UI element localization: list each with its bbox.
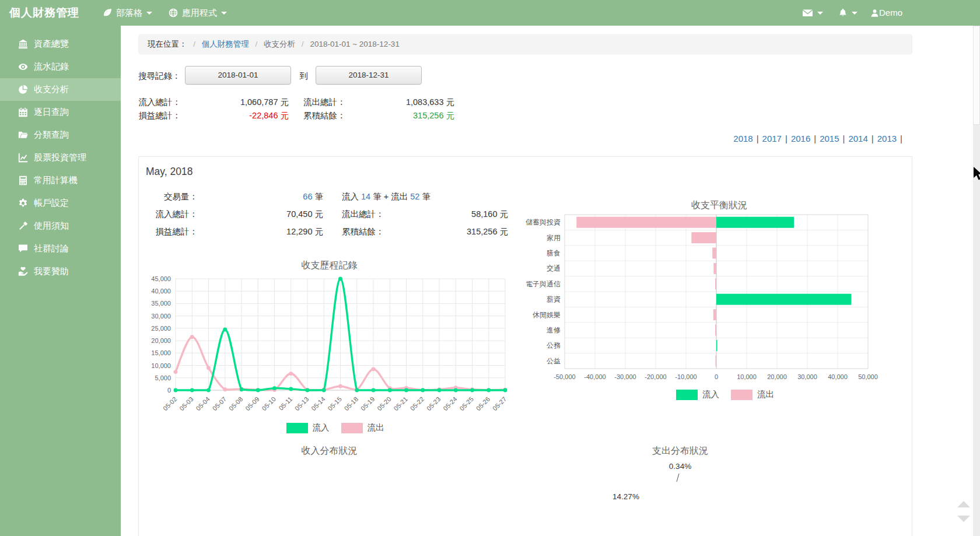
svg-text:45,000: 45,000 bbox=[151, 275, 171, 282]
date-to-button[interactable]: 2018-12-31 bbox=[316, 66, 422, 85]
may-outflow-value: 58,160 元 bbox=[372, 209, 508, 220]
donate-icon bbox=[18, 267, 28, 276]
year-link-2017[interactable]: 2017 bbox=[762, 134, 782, 143]
year-separator: | bbox=[814, 134, 816, 143]
sidebar-item-transactions[interactable]: 流水記錄 bbox=[0, 55, 121, 78]
svg-text:0: 0 bbox=[715, 373, 718, 380]
svg-text:05-13: 05-13 bbox=[293, 395, 310, 412]
svg-text:20,000: 20,000 bbox=[767, 373, 787, 380]
app-title: 個人財務管理 bbox=[9, 0, 79, 26]
sidebar-item-community[interactable]: 社群討論 bbox=[0, 237, 121, 260]
volume-label: 交易量： bbox=[139, 191, 198, 203]
date-from-button[interactable]: 2018-01-01 bbox=[185, 66, 291, 85]
scroll-up-button[interactable] bbox=[957, 501, 970, 507]
scroll-down-button[interactable] bbox=[957, 516, 970, 522]
volume-detail-prefix: 流入 bbox=[342, 192, 361, 201]
svg-text:10,000: 10,000 bbox=[737, 373, 757, 380]
sidebar-item-daily-query[interactable]: 逐日查詢 bbox=[0, 101, 121, 124]
sidebar-item-label: 帳戶設定 bbox=[34, 198, 69, 209]
svg-text:05-15: 05-15 bbox=[327, 395, 343, 412]
globe-icon bbox=[169, 2, 178, 11]
chevron-down-icon bbox=[221, 12, 227, 15]
user-menu[interactable]: Demo bbox=[870, 0, 902, 26]
total-profit-value: -22,846 元 bbox=[181, 110, 289, 122]
outflow-legend-swatch bbox=[341, 423, 363, 433]
svg-text:-20,000: -20,000 bbox=[645, 373, 666, 380]
sidebar-item-category-query[interactable]: 分類查詢 bbox=[0, 124, 121, 146]
svg-text:0: 0 bbox=[167, 387, 171, 394]
chevron-down-icon bbox=[852, 12, 858, 15]
sidebar-item-calculators[interactable]: 常用計算機 bbox=[0, 169, 121, 192]
balance-chart-title: 收支平衡狀況 bbox=[526, 199, 913, 212]
nav-menu-blog-label: 部落格 bbox=[116, 8, 142, 17]
breadcrumb-date-range: 2018-01-01 ~ 2018-12-31 bbox=[310, 40, 400, 48]
notifications-menu[interactable] bbox=[838, 0, 858, 26]
breadcrumb: 現在位置： / 個人財務管理 / 收支分析 / 2018-01-01 ~ 201… bbox=[138, 34, 912, 54]
may-inflow-value: 70,450 元 bbox=[198, 209, 323, 220]
total-outflow-value: 1,083,633 元 bbox=[350, 97, 454, 108]
year-link-2014[interactable]: 2014 bbox=[848, 134, 867, 143]
year-link-2016[interactable]: 2016 bbox=[791, 134, 810, 143]
month-panel: May, 2018 交易量： 66 筆 流入 14 筆 + 流出 52 筆 流入… bbox=[138, 156, 912, 536]
sidebar-item-donate[interactable]: 我要贊助 bbox=[0, 260, 121, 283]
breadcrumb-prefix: 現在位置： bbox=[148, 40, 187, 48]
svg-text:15,000: 15,000 bbox=[151, 349, 171, 356]
svg-text:薪資: 薪資 bbox=[547, 295, 561, 303]
sidebar-item-assets-overview[interactable]: 資產總覽 bbox=[0, 33, 121, 55]
volume-count: 66 bbox=[303, 192, 312, 201]
may-inflow-label: 流入總計： bbox=[139, 209, 198, 220]
personal-finance-app: 個人財務管理 部落格 應用程式 Demo bbox=[0, 0, 980, 536]
line-chart-title: 收支歷程記錄 bbox=[139, 260, 520, 272]
nav-menu-apps-label: 應用程式 bbox=[182, 8, 217, 17]
stock-chart-icon bbox=[18, 153, 28, 163]
svg-text:05-02: 05-02 bbox=[162, 395, 178, 412]
volume-outflow-count: 52 bbox=[410, 192, 419, 201]
year-link-2013[interactable]: 2013 bbox=[877, 134, 897, 143]
pie-chart-icon bbox=[18, 85, 28, 94]
svg-text:05-22: 05-22 bbox=[409, 395, 425, 412]
sidebar-item-label: 收支分析 bbox=[34, 84, 69, 95]
calculator-icon bbox=[18, 176, 28, 185]
may-profit-label: 損益總計： bbox=[139, 226, 198, 238]
svg-text:-30,000: -30,000 bbox=[614, 373, 636, 380]
gear-icon bbox=[18, 198, 28, 208]
sidebar-item-label: 流水記錄 bbox=[34, 61, 69, 72]
total-outflow-label: 流出總計： bbox=[303, 97, 356, 108]
svg-text:交通: 交通 bbox=[547, 264, 561, 272]
outflow-legend-label: 流出 bbox=[368, 422, 384, 433]
svg-text:05-23: 05-23 bbox=[425, 395, 442, 412]
svg-text:05-27: 05-27 bbox=[491, 395, 508, 412]
svg-text:10,000: 10,000 bbox=[151, 362, 171, 369]
sidebar-item-label: 使用須知 bbox=[34, 220, 69, 232]
svg-text:家用: 家用 bbox=[547, 234, 561, 242]
volume-detail-suffix: 筆 bbox=[419, 192, 430, 201]
svg-text:儲蓄與投資: 儲蓄與投資 bbox=[526, 218, 561, 226]
scrollbar-thumb[interactable] bbox=[973, 26, 980, 125]
messages-menu[interactable] bbox=[802, 0, 823, 26]
year-link-2018[interactable]: 2018 bbox=[733, 134, 752, 143]
sidebar-item-account-settings[interactable]: 帳戶設定 bbox=[0, 192, 121, 215]
breadcrumb-section: 收支分析 bbox=[264, 40, 295, 48]
outflow-legend-swatch bbox=[731, 390, 752, 400]
sidebar-item-label: 社群討論 bbox=[34, 243, 69, 254]
svg-text:-50,000: -50,000 bbox=[554, 373, 575, 380]
nav-menu-apps[interactable]: 應用程式 bbox=[169, 0, 227, 26]
distribution-pie-charts bbox=[139, 441, 913, 536]
sidebar-item-stock-management[interactable]: 股票投資管理 bbox=[0, 146, 121, 169]
svg-text:05-10: 05-10 bbox=[261, 395, 277, 412]
nav-menu-blog[interactable]: 部落格 bbox=[103, 0, 152, 26]
may-profit-value: 12,290 元 bbox=[198, 226, 323, 238]
date-to-word: 到 bbox=[299, 71, 308, 82]
svg-text:25,000: 25,000 bbox=[151, 325, 171, 332]
year-separator: | bbox=[872, 134, 874, 143]
year-link-2015[interactable]: 2015 bbox=[820, 134, 839, 143]
inflow-legend-label: 流入 bbox=[313, 422, 330, 433]
svg-text:05-14: 05-14 bbox=[310, 395, 326, 412]
svg-text:30,000: 30,000 bbox=[151, 313, 171, 320]
sidebar-item-usage-notes[interactable]: 使用須知 bbox=[0, 215, 121, 237]
svg-text:05-04: 05-04 bbox=[195, 395, 211, 412]
sidebar-item-income-expense-analysis[interactable]: 收支分析 bbox=[0, 78, 121, 101]
sidebar-item-label: 逐日查詢 bbox=[34, 107, 69, 118]
breadcrumb-home-link[interactable]: 個人財務管理 bbox=[202, 40, 249, 48]
sidebar-item-label: 常用計算機 bbox=[34, 175, 78, 186]
